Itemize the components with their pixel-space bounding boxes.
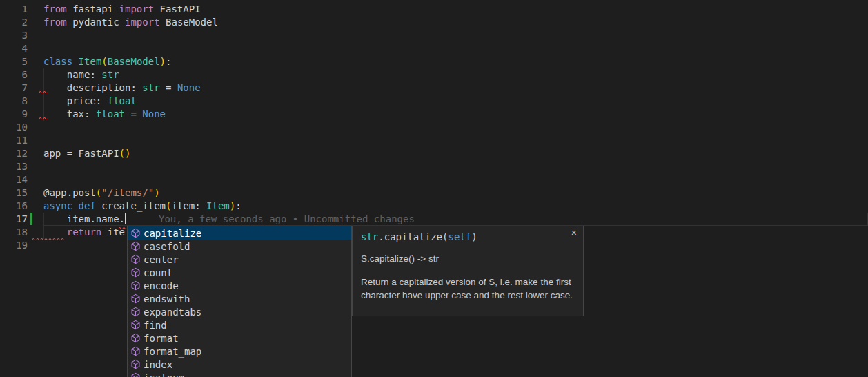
suggestion-item[interactable]: center xyxy=(128,253,351,266)
code-line[interactable]: 12app = FastAPI() xyxy=(0,147,868,160)
code-token: str xyxy=(142,82,159,93)
code-token: = xyxy=(125,108,142,119)
code-line[interactable]: 8 price: float xyxy=(0,95,868,108)
suggestion-item[interactable]: format xyxy=(128,331,351,345)
code-text xyxy=(28,239,43,252)
code-text: description: str = None xyxy=(28,81,201,95)
code-token: pydantic xyxy=(67,17,125,28)
code-token: create_item xyxy=(96,200,166,211)
suggestion-label: capitalize xyxy=(144,228,201,239)
code-token: ) xyxy=(160,56,166,67)
code-token: import xyxy=(119,3,155,14)
code-line[interactable]: 11 xyxy=(0,134,868,147)
code-line[interactable]: 7 description: str = None xyxy=(0,81,868,95)
code-text: item.name. xyxy=(28,213,125,226)
line-number: 11 xyxy=(0,134,28,147)
code-lines: 1from fastapi import FastAPI2from pydant… xyxy=(0,3,868,252)
code-token: : xyxy=(166,56,171,67)
code-token: tax: xyxy=(43,108,96,119)
text-cursor xyxy=(125,213,126,224)
suggestion-label: find xyxy=(144,320,167,331)
code-line[interactable]: 1from fastapi import FastAPI xyxy=(0,3,868,16)
code-token: def xyxy=(79,200,96,211)
suggestion-item[interactable]: casefold xyxy=(128,240,351,253)
line-number: 5 xyxy=(0,55,28,68)
suggest-docs-signature: str.capitalize(self) xyxy=(361,231,575,243)
line-number: 12 xyxy=(0,147,28,160)
suggestion-item[interactable]: format_map xyxy=(128,345,351,358)
code-line[interactable]: 15@app.post("/items/") xyxy=(0,186,868,200)
code-token: async xyxy=(43,200,72,211)
code-line[interactable]: 14 xyxy=(0,173,868,186)
code-text: tax: float = None xyxy=(28,108,166,121)
suggestion-item[interactable]: count xyxy=(128,266,351,279)
code-text xyxy=(28,160,43,173)
code-token: name: xyxy=(43,69,101,80)
code-text xyxy=(28,121,43,134)
suggestion-item[interactable]: encode xyxy=(128,279,351,292)
code-token xyxy=(72,56,78,67)
suggestion-label: encode xyxy=(144,280,179,291)
code-token: "/items/" xyxy=(101,187,154,198)
suggestion-item[interactable]: index xyxy=(128,358,351,371)
suggestion-item[interactable]: endswith xyxy=(128,292,351,305)
line-number: 13 xyxy=(0,160,28,173)
suggestion-item[interactable]: capitalize xyxy=(128,226,351,240)
method-icon xyxy=(130,346,141,356)
code-line[interactable]: 10 xyxy=(0,121,868,134)
error-squiggle xyxy=(39,90,48,93)
code-token: () xyxy=(119,148,131,159)
line-number: 14 xyxy=(0,173,28,186)
error-squiggle xyxy=(39,116,48,119)
code-text: from fastapi import FastAPI xyxy=(28,3,201,16)
code-line[interactable]: 5class Item(BaseModel): xyxy=(0,55,868,68)
code-token: item.name. xyxy=(43,213,125,224)
suggestion-item[interactable]: expandtabs xyxy=(128,305,351,318)
method-icon xyxy=(130,228,141,238)
suggestion-label: isalnum xyxy=(144,372,184,377)
code-line[interactable]: 3 xyxy=(0,29,868,42)
code-token: ) xyxy=(230,200,235,211)
method-icon xyxy=(130,280,141,291)
code-token: item: xyxy=(171,200,206,211)
suggest-docs-summary: S.capitalize() -> str xyxy=(361,253,575,264)
code-token: price: xyxy=(43,95,108,106)
suggestion-label: format_map xyxy=(144,346,201,357)
code-line[interactable]: 6 name: str xyxy=(0,68,868,81)
code-token: Item xyxy=(206,200,230,211)
code-token: Item xyxy=(79,56,102,67)
code-token: fastapi xyxy=(67,3,119,14)
suggestion-item[interactable]: isalnum xyxy=(128,371,351,377)
suggestion-label: index xyxy=(144,359,172,370)
close-icon[interactable]: × xyxy=(571,227,577,238)
code-token: = xyxy=(160,82,177,93)
code-token: BaseModel xyxy=(160,17,218,28)
code-token: float xyxy=(96,108,125,119)
code-token xyxy=(43,226,67,238)
line-number: 10 xyxy=(0,121,28,134)
code-text xyxy=(28,134,43,147)
code-line[interactable]: 2from pydantic import BaseModel xyxy=(0,16,868,29)
suggestion-label: expandtabs xyxy=(144,307,201,318)
method-icon xyxy=(130,359,141,369)
code-token: ) xyxy=(471,231,477,242)
suggestion-label: count xyxy=(144,267,172,278)
code-token: str xyxy=(361,231,378,242)
suggestion-item[interactable]: find xyxy=(128,318,351,331)
code-line[interactable]: 16async def create_item(item: Item): xyxy=(0,200,868,213)
code-token: app = FastAPI xyxy=(43,148,119,159)
editor-pane[interactable]: 1from fastapi import FastAPI2from pydant… xyxy=(0,0,868,377)
code-line[interactable]: 4 xyxy=(0,42,868,55)
code-token: @app.post xyxy=(43,187,96,198)
code-token: self xyxy=(448,231,471,242)
code-text: app = FastAPI() xyxy=(28,147,130,160)
code-line[interactable]: 17 item.name. xyxy=(0,213,868,226)
suggest-docs-panel: str.capitalize(self) S.capitalize() -> s… xyxy=(352,226,584,316)
suggestion-label: center xyxy=(144,254,179,265)
code-token xyxy=(72,200,78,211)
code-line[interactable]: 13 xyxy=(0,160,868,173)
code-text: from pydantic import BaseModel xyxy=(28,16,218,29)
line-number: 18 xyxy=(0,226,28,239)
suggest-docs-description: Return a capitalized version of S, i.e. … xyxy=(361,276,575,302)
code-line[interactable]: 9 tax: float = None xyxy=(0,108,868,121)
